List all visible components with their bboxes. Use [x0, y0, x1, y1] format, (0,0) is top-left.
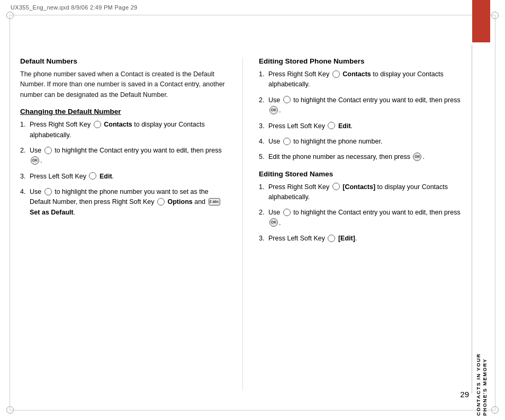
key-2abc-icon: 2 abc: [209, 198, 220, 205]
left-item2-content: Use to highlight the Contact entry you w…: [30, 146, 227, 166]
right-phone-item5-num: 5.: [259, 152, 266, 162]
left-list-item-4: 4. Use to highlight the phone number you…: [20, 187, 227, 218]
left-column: Default Numbers The phone number saved w…: [20, 25, 227, 391]
nav-icon-2: [44, 147, 52, 154]
editing-phone-title: Editing Stored Phone Numbers: [259, 57, 465, 65]
column-divider: [242, 57, 243, 391]
ok-icon-r2: [269, 106, 278, 114]
right-soft-key-icon-n1: [332, 183, 340, 190]
left-soft-key-icon-n3: [328, 235, 335, 242]
left-item1-num: 1.: [20, 120, 28, 140]
left-soft-key-icon-3: [89, 172, 96, 180]
edit-bracket-bold-n3: [Edit]: [338, 235, 355, 242]
right-names-item1-content: Press Right Soft Key [Contacts] to displ…: [268, 182, 465, 203]
page-number: 29: [460, 390, 469, 399]
edit-bold-r3: Edit: [338, 122, 351, 130]
nav-icon-n2: [283, 209, 291, 216]
right-phone-item4-num: 4.: [259, 137, 266, 147]
file-info: UX355_Eng_new.qxd 8/9/06 2:49 PM Page 29: [11, 4, 138, 11]
right-phone-item5-content: Edit the phone number as necessary, then…: [268, 152, 465, 162]
contacts-bold-r1: Contacts: [342, 70, 371, 78]
right-phone-item1-num: 1.: [259, 69, 266, 90]
ok-icon-2: [31, 156, 39, 165]
side-tab-divider: [472, 45, 472, 394]
right-names-item1-num: 1.: [259, 182, 266, 203]
right-phone-item2-content: Use to highlight the Contact entry you w…: [268, 95, 465, 116]
ok-icon-r5: [413, 153, 421, 161]
options-bold-4: Options: [168, 198, 193, 205]
left-item3-num: 3.: [20, 172, 28, 182]
right-soft-key-icon-4: [157, 198, 165, 205]
side-tab-red: [472, 0, 490, 42]
right-phone-item-5: 5. Edit the phone number as necessary, t…: [259, 152, 465, 162]
left-list-item-3: 3. Press Left Soft Key Edit.: [20, 172, 227, 182]
page-container: UX355_Eng_new.qxd 8/9/06 2:49 PM Page 29…: [0, 0, 505, 420]
right-names-item-3: 3. Press Left Soft Key [Edit].: [259, 234, 465, 244]
right-names-item-2: 2. Use to highlight the Contact entry yo…: [259, 208, 465, 228]
right-column: Editing Stored Phone Numbers 1. Press Ri…: [259, 25, 465, 391]
default-numbers-body: The phone number saved when a Contact is…: [20, 69, 227, 100]
default-numbers-title: Default Numbers: [20, 57, 227, 65]
right-phone-item-1: 1. Press Right Soft Key Contacts to disp…: [259, 69, 465, 90]
right-soft-key-icon-r1: [332, 70, 340, 78]
ok-icon-n2: [269, 218, 278, 227]
set-default-bold-4: Set as Default: [30, 209, 74, 216]
changing-default-title: Changing the Default Number: [20, 108, 227, 115]
nav-icon-r2: [283, 96, 291, 103]
left-item4-num: 4.: [20, 187, 28, 218]
contacts-bold-1: Contacts: [104, 121, 132, 128]
left-item1-content: Press Right Soft Key Contacts to display…: [30, 120, 227, 140]
contacts-bracket-bold-n1: [Contacts]: [342, 183, 375, 191]
right-names-item3-num: 3.: [259, 234, 266, 244]
editing-names-title: Editing Stored Names: [259, 170, 465, 178]
left-item2-num: 2.: [20, 146, 28, 166]
right-phone-item-4: 4. Use to highlight the phone number.: [259, 137, 465, 147]
right-phone-item3-num: 3.: [259, 121, 266, 131]
left-item4-content: Use to highlight the phone number you wa…: [30, 187, 227, 218]
left-list-item-1: 1. Press Right Soft Key Contacts to disp…: [20, 120, 227, 140]
edit-bold-3: Edit: [100, 173, 112, 180]
right-phone-item-3: 3. Press Left Soft Key Edit.: [259, 121, 465, 131]
right-names-item3-content: Press Left Soft Key [Edit].: [268, 234, 465, 244]
left-item3-content: Press Left Soft Key Edit.: [30, 172, 227, 182]
content-area: Default Numbers The phone number saved w…: [20, 25, 465, 391]
nav-icon-r4: [283, 138, 291, 145]
side-tab-line2: PHONE'S MEMORY: [482, 359, 488, 416]
right-names-item-1: 1. Press Right Soft Key [Contacts] to di…: [259, 182, 465, 203]
right-phone-item4-content: Use to highlight the phone number.: [268, 137, 465, 147]
left-list-item-2: 2. Use to highlight the Contact entry yo…: [20, 146, 227, 166]
right-names-item2-content: Use to highlight the Contact entry you w…: [268, 208, 465, 228]
side-tab-line1: CONTACTS IN YOUR: [475, 353, 481, 416]
right-phone-item1-content: Press Right Soft Key Contacts to display…: [268, 69, 465, 90]
left-soft-key-icon-r3: [328, 122, 335, 129]
right-phone-item3-content: Press Left Soft Key Edit.: [268, 121, 465, 131]
right-names-item2-num: 2.: [259, 208, 266, 228]
right-phone-item-2: 2. Use to highlight the Contact entry yo…: [259, 95, 465, 116]
right-phone-item2-num: 2.: [259, 95, 266, 116]
side-tab-text: CONTACTS IN YOUR PHONE'S MEMORY: [472, 45, 490, 420]
right-soft-key-icon-1: [94, 121, 101, 128]
nav-icon-4: [44, 188, 52, 195]
